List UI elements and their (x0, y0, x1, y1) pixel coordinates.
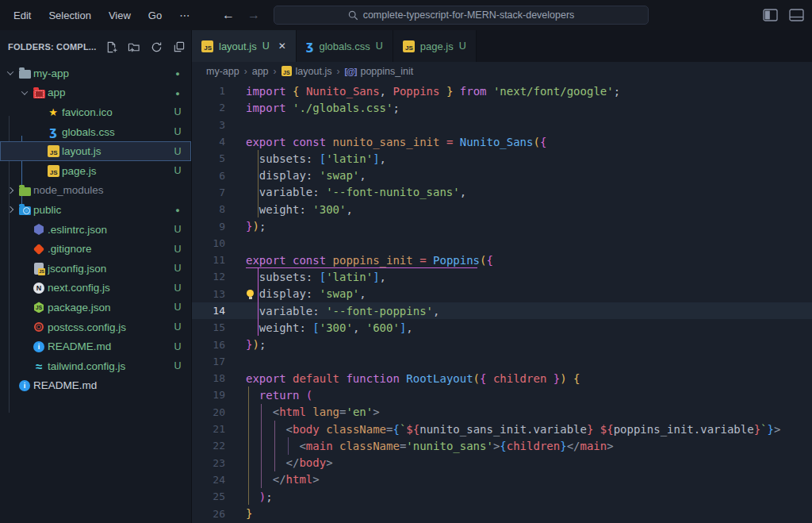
tree-item-layout-js[interactable]: JSlayout.jsU (0, 141, 191, 161)
toggle-sidebar-icon[interactable] (763, 9, 778, 21)
code-line-8[interactable]: 8 weight: '300', (192, 201, 812, 217)
breadcrumb[interactable]: my-app›app›JSlayout.js›[@]poppins_init (192, 62, 812, 81)
code-line-21[interactable]: 21 <body className={`${nunito_sans_init.… (192, 421, 812, 437)
tab-layout-js[interactable]: JSlayout.jsU✕ (192, 30, 297, 62)
code-line-23[interactable]: 23 </body> (192, 455, 812, 471)
menu-item-edit[interactable]: Edit (13, 10, 31, 21)
tree-item--gitignore[interactable]: .gitignoreU (0, 239, 191, 259)
tree-item-app[interactable]: app● (0, 83, 191, 103)
menu-item-selection[interactable]: Selection (48, 10, 90, 21)
tree-item-readme-md[interactable]: iREADME.md (0, 376, 191, 396)
tree-item-node-modules[interactable]: node_modules (0, 181, 191, 201)
tree-item-jsconfig-json[interactable]: JSjsconfig.jsonU (0, 259, 191, 279)
line-number: 7 (192, 187, 246, 198)
tab-page-js[interactable]: JSpage.jsU (393, 30, 477, 62)
code-line-15[interactable]: 15 weight: ['300', '600'], (192, 319, 812, 336)
tree-item--eslintrc-json[interactable]: .eslintrc.jsonU (0, 220, 191, 240)
code-line-24[interactable]: 24 </html> (192, 471, 812, 488)
code-line-14[interactable]: 14 variable: '--font-poppins', (192, 302, 812, 319)
line-number: 26 (192, 508, 246, 520)
code-line-13[interactable]: 13 display: 'swap', (192, 286, 812, 302)
chevron-down-icon[interactable] (6, 69, 13, 75)
code-line-20[interactable]: 20 <html lang='en'> (192, 404, 812, 421)
node-modules-folder-icon (19, 187, 31, 196)
code-text: }); (246, 338, 812, 351)
git-status-badge: ● (164, 67, 191, 79)
tree-item-label: .eslintrc.json (48, 224, 164, 236)
new-folder-icon[interactable] (128, 41, 140, 53)
explorer-title: FOLDERS: COMPL... (8, 42, 97, 52)
tree-item-globals-css[interactable]: ʒglobals.cssU (0, 122, 191, 142)
chevron-slot (4, 188, 16, 193)
code-line-19[interactable]: 19 return ( (192, 386, 812, 403)
nextjs-icon: N (33, 283, 44, 294)
code-line-9[interactable]: 9}); (192, 217, 812, 234)
code-line-10[interactable]: 10 (192, 235, 812, 252)
code-line-16[interactable]: 16}); (192, 336, 812, 352)
tree-item-postcss-config-js[interactable]: postcss.config.jsU (0, 317, 191, 337)
tab-git-status: U (459, 40, 466, 52)
tree-item-package-json[interactable]: JSpackage.jsonU (0, 298, 191, 317)
code-editor[interactable]: 1import { Nunito_Sans, Poppins } from 'n… (192, 81, 812, 522)
line-number: 11 (192, 254, 246, 266)
code-line-1[interactable]: 1import { Nunito_Sans, Poppins } from 'n… (192, 83, 812, 99)
tree-item-my-app[interactable]: my-app● (0, 63, 191, 83)
tree-item-public[interactable]: public● (0, 200, 191, 220)
code-line-7[interactable]: 7 variable: '--font-nunito_sans', (192, 184, 812, 201)
tree-item-label: jsconfig.json (48, 263, 164, 275)
code-line-3[interactable]: 3 (192, 117, 812, 133)
code-line-12[interactable]: 12 subsets: ['latin'], (192, 268, 812, 285)
lightbulb-icon[interactable] (247, 290, 254, 297)
tree-item-next-config-js[interactable]: Nnext.config.jsU (0, 279, 191, 298)
command-search-box[interactable]: complete-typescript-for-MERN-stack-devel… (274, 6, 649, 25)
code-line-6[interactable]: 6 display: 'swap', (192, 167, 812, 183)
refresh-icon[interactable] (151, 41, 163, 53)
history-nav: ← → (222, 0, 260, 30)
code-line-26[interactable]: 26} (192, 505, 812, 521)
menu-item-go[interactable]: Go (148, 10, 162, 21)
breadcrumb-item-app[interactable]: app (252, 66, 269, 77)
chevron-right-icon[interactable] (6, 206, 13, 213)
indent-guide (261, 404, 262, 421)
forward-arrow-icon[interactable]: → (247, 8, 260, 22)
tree-item-label: app (48, 87, 164, 98)
breadcrumb-item-layout-js[interactable]: JSlayout.js (282, 66, 332, 77)
collapse-all-icon[interactable] (173, 41, 185, 53)
code-line-4[interactable]: 4export const nunito_sans_init = Nunito_… (192, 133, 812, 150)
file-icon-slot (30, 224, 48, 235)
chevron-right-icon[interactable] (6, 187, 13, 194)
indent-guide (258, 184, 259, 201)
folder-icon (19, 70, 31, 79)
file-icon-slot: i (30, 341, 48, 352)
tree-item-readme-md[interactable]: iREADME.mdU (0, 336, 191, 356)
new-file-icon[interactable] (105, 41, 117, 53)
git-status-badge: U (164, 244, 191, 255)
back-arrow-icon[interactable]: ← (222, 8, 235, 22)
close-icon[interactable]: ✕ (278, 40, 286, 52)
code-line-18[interactable]: 18export default function RootLayout({ c… (192, 370, 812, 386)
code-line-22[interactable]: 22 <main className='nunito_sans'>{childr… (192, 437, 812, 454)
tree-item-page-js[interactable]: JSpage.jsU (0, 161, 191, 181)
tree-item-favicon-ico[interactable]: ★favicon.icoU (0, 102, 191, 122)
indent-guide (261, 471, 262, 488)
code-line-5[interactable]: 5 subsets: ['latin'], (192, 150, 812, 167)
chevron-down-icon[interactable] (21, 88, 27, 94)
menu-item-[interactable]: ⋯ (179, 10, 190, 21)
code-line-25[interactable]: 25 ); (192, 488, 812, 505)
file-icon-slot (30, 322, 48, 332)
code-line-17[interactable]: 17 (192, 353, 812, 370)
tab-globals-css[interactable]: ʒglobals.cssU (297, 30, 393, 62)
tree-item-tailwind-config-js[interactable]: ≈tailwind.config.jsU (0, 356, 191, 376)
toggle-panel-icon[interactable] (789, 9, 804, 21)
code-line-2[interactable]: 2import './globals.css'; (192, 99, 812, 116)
tab-label: page.js (420, 40, 454, 52)
code-text: return ( (246, 389, 812, 402)
tab-bar: JSlayout.jsU✕ʒglobals.cssUJSpage.jsU (192, 30, 812, 62)
file-icon-slot (16, 67, 33, 79)
breadcrumb-item-poppins-init[interactable]: [@]poppins_init (344, 66, 413, 77)
app-folder-icon (33, 90, 45, 98)
menu-item-view[interactable]: View (109, 10, 131, 21)
indent-guide (248, 471, 249, 488)
breadcrumb-item-my-app[interactable]: my-app (206, 66, 239, 77)
code-line-11[interactable]: 11export const poppins_init = Poppins({ (192, 252, 812, 268)
